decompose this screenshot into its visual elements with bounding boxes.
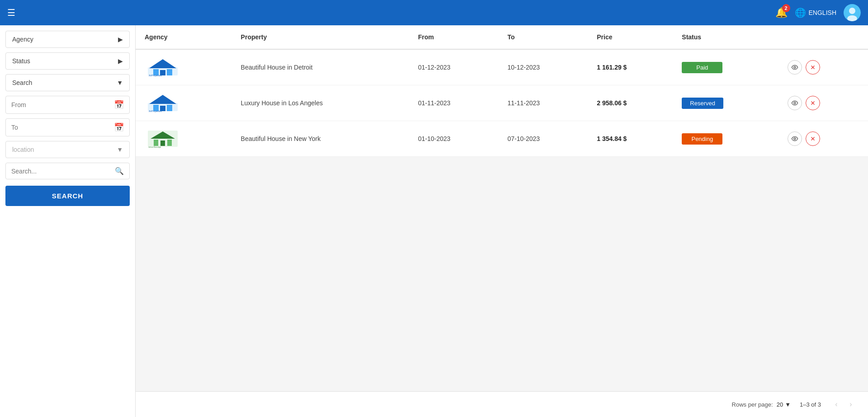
search-section-header[interactable]: Search ▼ bbox=[5, 74, 130, 91]
svg-text:AirProperties: AirProperties bbox=[149, 110, 162, 112]
search-section-label: Search bbox=[12, 79, 32, 86]
table-header-row: Agency Property From To Price Status bbox=[136, 25, 868, 49]
sidebar: Agency ▶ Status ▶ Search ▼ 📅 📅 location … bbox=[0, 25, 136, 417]
from-calendar-icon[interactable]: 📅 bbox=[114, 100, 124, 110]
cell-agency-logo: AirProperties bbox=[136, 49, 232, 85]
bookings-table: Agency Property From To Price Status bbox=[136, 25, 868, 157]
view-icon-button[interactable] bbox=[788, 60, 802, 75]
status-badge: Paid bbox=[682, 62, 722, 73]
notification-bell[interactable]: 🔔 2 bbox=[775, 7, 788, 19]
svg-text:AirProperties: AirProperties bbox=[149, 74, 162, 77]
table-row: AirProperties Beautiful House in Detroit… bbox=[136, 49, 868, 85]
pagination-info: 1–3 of 3 bbox=[800, 401, 821, 408]
topnav: ☰ 🔔 2 🌐 ENGLISH bbox=[0, 0, 868, 25]
rows-per-page-label: Rows per page: bbox=[732, 401, 773, 408]
cell-property: Beautiful House in Detroit bbox=[232, 49, 409, 85]
search-lens-icon: 🔍 bbox=[115, 167, 124, 175]
svg-point-27 bbox=[794, 138, 796, 140]
col-agency: Agency bbox=[136, 25, 232, 49]
col-status: Status bbox=[673, 25, 778, 49]
search-text-row[interactable]: 🔍 bbox=[5, 163, 130, 179]
rows-dropdown-arrow-icon: ▼ bbox=[785, 401, 791, 408]
status-arrow-icon: ▶ bbox=[118, 57, 123, 65]
svg-rect-25 bbox=[160, 141, 165, 146]
agency-filter-label: Agency bbox=[12, 36, 33, 43]
table-row: AirProperties Luxury House in Los Angele… bbox=[136, 85, 868, 121]
cell-from: 01-11-2023 bbox=[409, 85, 499, 121]
cell-agency-logo: Johan Broodryk bbox=[136, 121, 232, 157]
svg-rect-23 bbox=[154, 140, 158, 146]
next-page-button[interactable]: › bbox=[844, 398, 857, 411]
svg-marker-4 bbox=[149, 59, 176, 68]
location-label: location bbox=[12, 146, 34, 153]
prev-page-button[interactable]: ‹ bbox=[830, 398, 843, 411]
cell-agency-logo: AirProperties bbox=[136, 85, 232, 121]
globe-icon: 🌐 bbox=[795, 7, 806, 18]
table-row: Johan Broodryk Beautiful House in New Yo… bbox=[136, 121, 868, 157]
cell-actions bbox=[778, 49, 868, 85]
col-to: To bbox=[498, 25, 588, 49]
agency-arrow-icon: ▶ bbox=[118, 36, 123, 43]
delete-icon-button[interactable] bbox=[806, 96, 820, 110]
svg-rect-24 bbox=[167, 140, 172, 146]
search-text-input[interactable] bbox=[11, 168, 115, 175]
cell-actions bbox=[778, 85, 868, 121]
table-footer: Rows per page: 20 ▼ 1–3 of 3 ‹ › bbox=[136, 391, 868, 417]
cell-price: 1 161.29 $ bbox=[588, 49, 673, 85]
col-price: Price bbox=[588, 25, 673, 49]
to-calendar-icon[interactable]: 📅 bbox=[114, 122, 124, 132]
notification-badge: 2 bbox=[782, 4, 790, 12]
cell-to: 11-11-2023 bbox=[498, 85, 588, 121]
delete-icon-button[interactable] bbox=[806, 131, 820, 146]
status-filter-label: Status bbox=[12, 57, 30, 65]
view-icon-button[interactable] bbox=[788, 96, 802, 110]
content-area: Agency Property From To Price Status bbox=[136, 25, 868, 417]
pagination-nav: ‹ › bbox=[830, 398, 857, 411]
svg-rect-6 bbox=[167, 69, 172, 75]
from-date-input[interactable] bbox=[11, 101, 114, 108]
avatar-image bbox=[844, 4, 861, 21]
rows-per-page-select[interactable]: 20 ▼ bbox=[777, 401, 791, 408]
view-icon-button[interactable] bbox=[788, 131, 802, 146]
col-property: Property bbox=[232, 25, 409, 49]
language-selector[interactable]: 🌐 ENGLISH bbox=[795, 7, 836, 18]
status-badge: Reserved bbox=[682, 98, 723, 109]
hamburger-menu-icon[interactable]: ☰ bbox=[7, 7, 15, 18]
cell-to: 10-12-2023 bbox=[498, 49, 588, 85]
to-date-input[interactable] bbox=[11, 124, 114, 131]
from-date-input-row[interactable]: 📅 bbox=[5, 96, 130, 114]
cell-from: 01-12-2023 bbox=[409, 49, 499, 85]
search-button[interactable]: SEARCH bbox=[5, 186, 130, 206]
cell-actions bbox=[778, 121, 868, 157]
svg-point-18 bbox=[794, 102, 796, 104]
table-container: Agency Property From To Price Status bbox=[136, 25, 868, 391]
cell-property: Luxury House in Los Angeles bbox=[232, 85, 409, 121]
avatar[interactable] bbox=[844, 4, 861, 21]
status-filter[interactable]: Status ▶ bbox=[5, 52, 130, 70]
cell-to: 07-10-2023 bbox=[498, 121, 588, 157]
cell-status: Paid bbox=[673, 49, 778, 85]
svg-text:Johan Broodryk: Johan Broodryk bbox=[148, 146, 161, 148]
cell-status: Pending bbox=[673, 121, 778, 157]
col-actions bbox=[778, 25, 868, 49]
svg-rect-15 bbox=[167, 105, 172, 111]
cell-status: Reserved bbox=[673, 85, 778, 121]
search-arrow-icon: ▼ bbox=[117, 79, 123, 86]
svg-point-1 bbox=[849, 8, 855, 14]
rows-per-page-value: 20 bbox=[777, 401, 783, 408]
location-dropdown[interactable]: location ▼ bbox=[5, 141, 130, 158]
cell-property: Beautiful House in New York bbox=[232, 121, 409, 157]
svg-point-9 bbox=[794, 66, 796, 68]
agency-filter[interactable]: Agency ▶ bbox=[5, 31, 130, 48]
delete-icon-button[interactable] bbox=[806, 60, 820, 75]
to-date-input-row[interactable]: 📅 bbox=[5, 118, 130, 136]
rows-per-page-section: Rows per page: 20 ▼ bbox=[732, 401, 791, 408]
col-from: From bbox=[409, 25, 499, 49]
svg-marker-13 bbox=[149, 95, 176, 104]
location-dropdown-arrow-icon: ▼ bbox=[117, 146, 123, 153]
cell-price: 2 958.06 $ bbox=[588, 85, 673, 121]
cell-from: 01-10-2023 bbox=[409, 121, 499, 157]
status-badge: Pending bbox=[682, 133, 722, 145]
cell-price: 1 354.84 $ bbox=[588, 121, 673, 157]
language-label: ENGLISH bbox=[809, 9, 836, 16]
